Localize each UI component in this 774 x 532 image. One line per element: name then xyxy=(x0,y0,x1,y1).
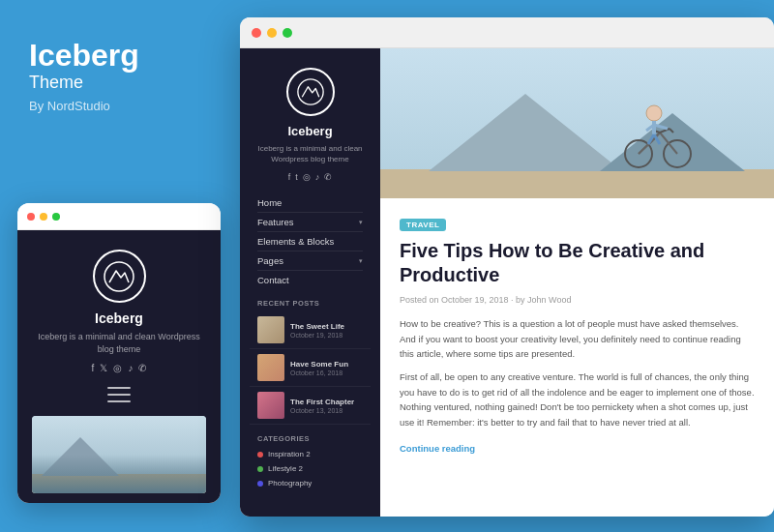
chevron-down-icon-2: ▾ xyxy=(359,257,363,265)
social-fb[interactable]: f xyxy=(92,363,95,373)
svg-line-5 xyxy=(660,133,677,154)
nav-pages[interactable]: Pages ▾ xyxy=(257,251,363,271)
mobile-bottom-image xyxy=(32,416,206,493)
sidebar-nav: Home Features ▾ Elements & Blocks Pages … xyxy=(250,193,371,289)
continue-reading-link[interactable]: Continue reading xyxy=(400,443,475,454)
svg-point-0 xyxy=(104,262,134,291)
left-panel: Iceberg Theme By NordStudio Iceberg Iceb… xyxy=(0,0,240,532)
sidebar-brand-name: Iceberg xyxy=(287,124,332,138)
article-body: TRAVEL Five Tips How to Be Creative and … xyxy=(380,198,774,471)
article-meta: Posted on October 19, 2018 · by John Woo… xyxy=(400,295,755,305)
brand-by: By NordStudio xyxy=(29,99,211,113)
mobile-mockup: Iceberg Iceberg is a minimal and clean W… xyxy=(17,203,221,503)
post-thumb-3 xyxy=(257,392,284,419)
main-content: TRAVEL Five Tips How to Be Creative and … xyxy=(380,48,774,517)
mobile-social-icons: f 𝕏 ◎ ♪ ✆ xyxy=(92,363,147,373)
browser-sidebar: Iceberg Iceberg is a minimal and clean W… xyxy=(240,48,380,517)
svg-point-11 xyxy=(646,105,662,121)
hero-sky xyxy=(380,48,774,198)
cat-dot-inspiration xyxy=(257,452,263,458)
browser-dot-green xyxy=(283,28,292,38)
article-tag: TRAVEL xyxy=(400,219,446,231)
svg-line-9 xyxy=(670,129,673,133)
svg-line-14 xyxy=(654,125,668,129)
recent-post-2[interactable]: Have Some Fun October 16, 2018 xyxy=(250,349,371,387)
social-ph[interactable]: ✆ xyxy=(138,363,146,373)
post-info-2: Have Some Fun October 16, 2018 xyxy=(290,360,363,376)
cat-dot-photography xyxy=(257,481,263,487)
recent-post-3[interactable]: The First Chapter October 13, 2018 xyxy=(250,387,371,425)
browser-dot-yellow xyxy=(267,28,277,38)
nav-features[interactable]: Features ▾ xyxy=(257,213,363,232)
browser-mockup: Iceberg Iceberg is a minimal and clean W… xyxy=(240,17,774,517)
article-para-1: How to be creative? This is a question a… xyxy=(400,316,755,362)
mobile-hamburger[interactable] xyxy=(107,387,131,402)
dot-yellow xyxy=(40,213,47,221)
browser-body: Iceberg Iceberg is a minimal and clean W… xyxy=(240,48,774,517)
article-para-2: First of all, be open to any creative ve… xyxy=(400,369,755,430)
sidebar-desc: Iceberg is a minimal and clean Wordpress… xyxy=(250,143,371,164)
cat-inspiration[interactable]: Inspiration 2 xyxy=(250,447,371,461)
chevron-down-icon: ▾ xyxy=(359,219,363,226)
hero-mountain-far xyxy=(429,94,622,171)
social-tw[interactable]: 𝕏 xyxy=(100,363,107,373)
article-title: Five Tips How to Be Creative and Product… xyxy=(400,239,755,287)
social-tk[interactable]: ♪ xyxy=(128,363,133,373)
mobile-titlebar xyxy=(17,203,221,230)
sidebar-ig-icon[interactable]: ◎ xyxy=(303,172,311,182)
sidebar-tk-icon[interactable]: ♪ xyxy=(315,172,320,182)
dot-red xyxy=(27,213,35,221)
nav-home[interactable]: Home xyxy=(257,193,363,213)
sidebar-fb-icon[interactable]: f xyxy=(288,172,291,182)
nav-elements[interactable]: Elements & Blocks xyxy=(257,232,363,251)
browser-dot-red xyxy=(252,28,261,38)
sidebar-ph-icon[interactable]: ✆ xyxy=(324,172,332,182)
recent-post-1[interactable]: The Sweet Life October 19, 2018 xyxy=(250,311,371,349)
dot-green xyxy=(52,213,60,221)
post-info-1: The Sweet Life October 19, 2018 xyxy=(290,322,363,339)
hero-image xyxy=(380,48,774,198)
sidebar-tw-icon[interactable]: t xyxy=(295,172,298,182)
cat-dot-lifestyle xyxy=(257,466,263,472)
mobile-brand-name: Iceberg xyxy=(95,310,143,326)
sidebar-social-icons: f t ◎ ♪ ✆ xyxy=(288,172,333,182)
brand-subtitle: Theme xyxy=(29,73,211,93)
bike-person-icon xyxy=(619,84,697,171)
browser-titlebar xyxy=(240,17,774,48)
recent-posts-title: RECENT POSTS xyxy=(250,289,371,311)
cat-photography[interactable]: Photography xyxy=(250,476,371,490)
mountain-bg xyxy=(32,455,206,493)
mobile-content: Iceberg Iceberg is a minimal and clean W… xyxy=(17,230,221,503)
svg-point-1 xyxy=(297,79,322,104)
social-ig[interactable]: ◎ xyxy=(113,363,122,373)
nav-contact[interactable]: Contact xyxy=(257,271,363,289)
hero-ground xyxy=(380,169,774,198)
post-thumb-1 xyxy=(257,316,284,343)
sidebar-logo xyxy=(286,68,335,116)
post-thumb-2 xyxy=(257,354,284,381)
mobile-desc: Iceberg is a minimal and clean Wordpress… xyxy=(32,331,206,355)
categories-title: CATEGORIES xyxy=(250,425,371,447)
mobile-logo xyxy=(93,250,146,303)
brand-title: Iceberg xyxy=(29,39,211,73)
cat-lifestyle[interactable]: Lifestyle 2 xyxy=(250,461,371,476)
post-info-3: The First Chapter October 13, 2018 xyxy=(290,398,363,414)
